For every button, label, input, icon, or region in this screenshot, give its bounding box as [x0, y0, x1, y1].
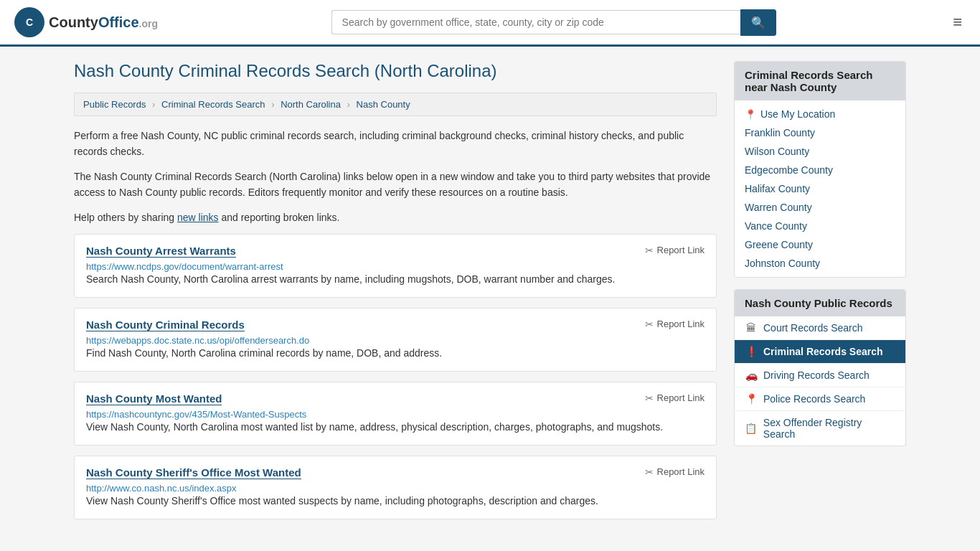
logo-icon: C — [14, 7, 44, 37]
result-description-1: Find Nash County, North Carolina crimina… — [86, 346, 705, 361]
nearby-county-link-4[interactable]: Warren County — [745, 202, 812, 213]
breadcrumb-sep-2: › — [271, 99, 274, 110]
report-link-3[interactable]: ✂ Report Link — [645, 466, 705, 478]
rec-icon-2: 🚗 — [745, 369, 758, 381]
record-link-item-1[interactable]: ❗ Criminal Records Search — [735, 340, 905, 364]
nearby-section: Criminal Records Search near Nash County… — [734, 61, 906, 278]
record-link-2[interactable]: Driving Records Search — [763, 369, 870, 381]
result-title-1[interactable]: Nash County Criminal Records — [86, 319, 245, 331]
rec-icon-1: ❗ — [745, 346, 758, 357]
record-link-item-4[interactable]: 📋 Sex Offender Registry Search — [735, 411, 905, 446]
nearby-county-6[interactable]: Greene County — [735, 235, 905, 254]
result-header-1: Nash County Criminal Records ✂ Report Li… — [86, 319, 705, 331]
logo-text: CountyOffice.org — [49, 14, 158, 31]
nearby-county-link-6[interactable]: Greene County — [745, 239, 813, 250]
result-item: Nash County Most Wanted ✂ Report Link ht… — [74, 382, 717, 446]
report-icon-1: ✂ — [645, 319, 654, 330]
breadcrumb-north-carolina[interactable]: North Carolina — [281, 99, 341, 110]
breadcrumb: Public Records › Criminal Records Search… — [74, 93, 717, 116]
breadcrumb-sep-3: › — [347, 99, 350, 110]
nearby-county-link-3[interactable]: Halifax County — [745, 183, 810, 194]
search-icon: 🔍 — [751, 17, 765, 29]
page-title: Nash County Criminal Records Search (Nor… — [74, 61, 717, 81]
new-links[interactable]: new links — [177, 212, 219, 223]
breadcrumb-public-records[interactable]: Public Records — [83, 99, 146, 110]
report-link-1[interactable]: ✂ Report Link — [645, 319, 705, 330]
description-3-pre: Help others by sharing — [74, 212, 177, 223]
report-link-0[interactable]: ✂ Report Link — [645, 245, 705, 256]
sidebar: Criminal Records Search near Nash County… — [734, 61, 906, 529]
result-item: Nash County Arrest Warrants ✂ Report Lin… — [74, 234, 717, 298]
record-link-item-3[interactable]: 📍 Police Records Search — [735, 387, 905, 411]
search-input[interactable] — [331, 10, 740, 34]
record-link-4[interactable]: Sex Offender Registry Search — [763, 417, 895, 440]
report-icon-2: ✂ — [645, 392, 654, 404]
description-3-post: and reporting broken links. — [219, 212, 340, 223]
rec-icon-4: 📋 — [745, 423, 758, 434]
content-area: Nash County Criminal Records Search (Nor… — [74, 61, 717, 529]
nearby-county-4[interactable]: Warren County — [735, 198, 905, 217]
report-icon-3: ✂ — [645, 466, 654, 478]
result-url-2[interactable]: https://nashcountync.gov/435/Most-Wanted… — [86, 409, 306, 420]
result-url-0[interactable]: https://www.ncdps.gov/document/warrant-a… — [86, 261, 283, 272]
rec-icon-3: 📍 — [745, 393, 758, 405]
menu-button[interactable]: ≡ — [949, 9, 966, 35]
nearby-list: 📍 Use My Location Franklin CountyWilson … — [735, 100, 905, 277]
use-my-location-link[interactable]: Use My Location — [760, 108, 835, 120]
search-bar: 🔍 — [331, 9, 776, 36]
logo[interactable]: C CountyOffice.org — [14, 7, 158, 37]
result-description-2: View Nash County, North Carolina most wa… — [86, 420, 705, 435]
report-link-2[interactable]: ✂ Report Link — [645, 392, 705, 404]
nearby-county-link-5[interactable]: Vance County — [745, 220, 807, 232]
rec-icon-0: 🏛 — [745, 322, 758, 334]
record-link-3[interactable]: Police Records Search — [763, 393, 865, 405]
nearby-county-link-7[interactable]: Johnston County — [745, 258, 820, 269]
nearby-county-link-2[interactable]: Edgecombe County — [745, 164, 833, 176]
result-description-3: View Nash County Sheriff's Office most w… — [86, 494, 705, 509]
svg-text:C: C — [26, 17, 33, 28]
nearby-header: Criminal Records Search near Nash County — [735, 62, 905, 100]
result-header-0: Nash County Arrest Warrants ✂ Report Lin… — [86, 245, 705, 258]
site-header: C CountyOffice.org 🔍 ≡ — [0, 0, 980, 47]
result-title-2[interactable]: Nash County Most Wanted — [86, 392, 222, 405]
main-layout: Nash County Criminal Records Search (Nor… — [60, 47, 920, 544]
report-icon-0: ✂ — [645, 245, 654, 256]
nearby-county-link-0[interactable]: Franklin County — [745, 127, 815, 138]
result-description-0: Search Nash County, North Carolina arres… — [86, 272, 705, 287]
breadcrumb-sep-1: › — [152, 99, 155, 110]
nearby-county-2[interactable]: Edgecombe County — [735, 161, 905, 179]
nearby-county-3[interactable]: Halifax County — [735, 179, 905, 198]
nearby-county-link-1[interactable]: Wilson County — [745, 146, 809, 157]
nearby-county-1[interactable]: Wilson County — [735, 142, 905, 161]
record-link-0[interactable]: Court Records Search — [763, 322, 863, 334]
description-2: The Nash County Criminal Records Search … — [74, 169, 717, 201]
breadcrumb-criminal-records[interactable]: Criminal Records Search — [161, 99, 265, 110]
nearby-county-5[interactable]: Vance County — [735, 217, 905, 235]
record-link-item-2[interactable]: 🚗 Driving Records Search — [735, 364, 905, 387]
location-pin-icon: 📍 — [745, 109, 756, 120]
public-records-section: Nash County Public Records 🏛 Court Recor… — [734, 289, 906, 446]
breadcrumb-nash-county[interactable]: Nash County — [357, 99, 410, 110]
description-3: Help others by sharing new links and rep… — [74, 209, 717, 225]
results-list: Nash County Arrest Warrants ✂ Report Lin… — [74, 234, 717, 519]
result-header-2: Nash County Most Wanted ✂ Report Link — [86, 392, 705, 405]
records-list: 🏛 Court Records Search ❗ Criminal Record… — [735, 316, 905, 446]
hamburger-icon: ≡ — [953, 13, 962, 31]
description-1: Perform a free Nash County, NC public cr… — [74, 128, 717, 160]
public-records-header: Nash County Public Records — [735, 290, 905, 316]
nearby-county-0[interactable]: Franklin County — [735, 123, 905, 142]
result-item: Nash County Sheriff's Office Most Wanted… — [74, 456, 717, 519]
result-item: Nash County Criminal Records ✂ Report Li… — [74, 308, 717, 372]
use-my-location-item[interactable]: 📍 Use My Location — [735, 105, 905, 123]
result-url-3[interactable]: http://www.co.nash.nc.us/index.aspx — [86, 483, 237, 494]
result-header-3: Nash County Sheriff's Office Most Wanted… — [86, 466, 705, 479]
nearby-county-7[interactable]: Johnston County — [735, 254, 905, 273]
search-button[interactable]: 🔍 — [740, 9, 776, 36]
result-url-1[interactable]: https://webapps.doc.state.nc.us/opi/offe… — [86, 335, 309, 346]
result-title-3[interactable]: Nash County Sheriff's Office Most Wanted — [86, 466, 301, 479]
record-link-item-0[interactable]: 🏛 Court Records Search — [735, 316, 905, 340]
record-link-1[interactable]: Criminal Records Search — [763, 346, 883, 357]
result-title-0[interactable]: Nash County Arrest Warrants — [86, 245, 236, 258]
